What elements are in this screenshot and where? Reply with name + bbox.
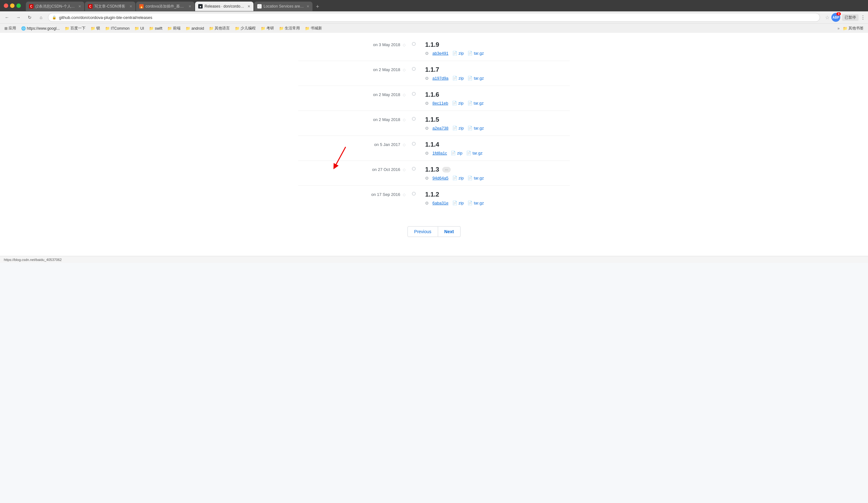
menu-button[interactable]: ⋮ [860,14,866,21]
bookmark-life[interactable]: 📁 生活常用 [277,25,302,32]
release-meta-115: ⊙ a2ea738 📄 zip 📄 tar.gz [425,126,570,130]
zip-label-112: zip [458,201,464,205]
profile-badge[interactable]: ABP 3 [831,13,840,22]
bookmark-apps[interactable]: ⊞ 应用 [2,25,18,32]
commit-hash-117[interactable]: a197d9a [432,76,448,81]
release-content-114: 1.1.4 ⊙ 1fd8a1c 📄 zip 📄 tar.gz [416,141,570,155]
release-date-116: on 2 May 2018 ◇ [298,91,412,97]
bookmark-study[interactable]: 📁 考研 [259,25,276,32]
release-content-115: 1.1.5 ⊙ a2ea738 📄 zip 📄 tar.gz [416,116,570,130]
release-content-113: 1.1.3 ··· ⊙ 94d64a5 📄 zip 📄 [416,166,570,180]
previous-button[interactable]: Previous [407,226,438,237]
targz-link-112[interactable]: 📄 tar.gz [467,201,484,205]
commit-hash-112[interactable]: 6aba31e [432,201,448,205]
tab-location[interactable]: G Location Services are disab... ✕ [254,2,312,11]
release-meta-116: ⊙ 8ec11eb 📄 zip 📄 tar.gz [425,101,570,105]
commit-hash-115[interactable]: a2ea738 [432,126,448,130]
bookmark-other[interactable]: 📁 其他书签 [841,25,866,32]
release-version-117: 1.1.7 [425,66,570,73]
release-row-116: on 2 May 2018 ◇ 1.1.6 ⊙ 8ec11eb 📄 zip [298,86,570,111]
bookmark-swift[interactable]: 📁 swift [147,26,164,31]
zip-icon-116: 📄 [452,101,457,105]
targz-label-114: tar.gz [473,151,483,155]
commit-hash-119[interactable]: ab3e491 [432,51,448,56]
bookmark-kids[interactable]: 📁 少儿编程 [233,25,258,32]
release-row-112: on 17 Sep 2016 ◇ 1.1.2 ⊙ 6aba31e 📄 zip [298,186,570,210]
profile-text: ABP [832,16,839,19]
tab-close-github[interactable]: ✕ [247,4,250,9]
tab-close-csdn[interactable]: ✕ [78,4,81,9]
tab-close-csdn2[interactable]: ✕ [130,4,132,9]
home-button[interactable]: ⌂ [37,13,45,22]
bookmark-other-lang[interactable]: 📁 其他语言 [207,25,232,32]
release-version-114: 1.1.4 [425,141,570,148]
zip-link-115[interactable]: 📄 zip [452,126,464,130]
bookmark-android-label: android [191,26,204,31]
bookmarks-overflow[interactable]: » [837,26,840,31]
release-diamond-114: ◇ [403,142,406,147]
release-dot-116 [412,92,416,96]
release-date-112: on 17 Sep 2016 ◇ [298,191,412,197]
bookmark-itcommon[interactable]: 📁 ITCommon [103,26,131,31]
forward-button[interactable]: → [14,13,23,22]
zip-link-119[interactable]: 📄 zip [452,51,464,56]
study-icon: 📁 [261,26,266,31]
commit-hash-114[interactable]: 1fd8a1c [432,151,447,155]
release-version-113: 1.1.3 [425,166,439,173]
tab-github[interactable]: ● Releases · don/cordova-plu... ✕ [195,2,254,11]
minimize-button[interactable] [10,3,14,8]
bookmark-bookstore-label: 书城新 [311,26,322,31]
zip-link-117[interactable]: 📄 zip [452,76,464,81]
zip-icon-119: 📄 [452,51,457,56]
address-input[interactable]: 🔒 github.com/don/cordova-plugin-ble-cent… [48,13,820,22]
browser-chrome: C (2条消息)CSDN-个人空间 ✕ C 写文章-CSDN博客 ✕ 🔥 cor… [0,0,868,33]
tab-cordova[interactable]: 🔥 cordova添加插件_慕课手记 ✕ [136,2,194,11]
zip-link-116[interactable]: 📄 zip [452,101,464,105]
other-lang-icon: 📁 [209,26,214,31]
bookmark-life-label: 生活常用 [285,26,300,31]
bookmark-other-label: 其他书签 [848,26,864,31]
bookmark-android[interactable]: 📁 android [184,26,206,31]
bookmark-ui[interactable]: 📁 UI [133,26,146,31]
pause-button[interactable]: 已暂停 [842,14,859,21]
targz-link-119[interactable]: 📄 tar.gz [467,51,484,56]
tab-csdn2[interactable]: C 写文章-CSDN博客 ✕ [85,2,135,11]
back-button[interactable]: ← [2,13,11,22]
ui-icon: 📁 [134,26,139,31]
commit-hash-113[interactable]: 94d64a5 [432,176,448,180]
bookmark-bookstore[interactable]: 📁 书城新 [303,25,324,32]
bookmark-other-lang-label: 其他语言 [215,26,230,31]
bookstore-icon: 📁 [305,26,310,31]
zip-link-112[interactable]: 📄 zip [452,201,464,205]
commit-hash-116[interactable]: 8ec11eb [432,101,448,105]
bookmarks-bar: ⊞ 应用 🌐 https://www.googl... 📁 百度一下 📁 锁 📁… [0,23,868,33]
targz-link-115[interactable]: 📄 tar.gz [467,126,484,130]
next-button[interactable]: Next [438,226,461,237]
tab-close-location[interactable]: ✕ [307,4,309,9]
targz-link-114[interactable]: 📄 tar.gz [466,151,483,155]
refresh-button[interactable]: ↻ [25,13,34,22]
bookmark-star-button[interactable]: ☆ [825,14,829,21]
targz-label-116: tar.gz [474,101,484,105]
targz-link-117[interactable]: 📄 tar.gz [467,76,484,81]
zip-link-113[interactable]: 📄 zip [452,176,464,180]
bookmark-google[interactable]: 🌐 https://www.googl... [19,26,62,31]
bookmark-baidu[interactable]: 📁 百度一下 [63,25,87,32]
release-content-116: 1.1.6 ⊙ 8ec11eb 📄 zip 📄 tar.gz [416,91,570,105]
bookmark-lock[interactable]: 📁 锁 [89,25,102,32]
release-date-115: on 2 May 2018 ◇ [298,116,412,122]
lock-icon: 🔒 [52,16,56,20]
release-date-text-113: on 27 Oct 2016 [372,167,400,172]
bookmark-frontend[interactable]: 📁 前端 [165,25,183,32]
new-tab-button[interactable]: + [313,2,322,11]
targz-link-113[interactable]: 📄 tar.gz [467,176,484,180]
page-content: on 3 May 2018 ◇ 1.1.9 ⊙ ab3e491 📄 zip [0,33,868,256]
zip-link-114[interactable]: 📄 zip [451,151,462,155]
maximize-button[interactable] [17,3,21,8]
tab-csdn[interactable]: C (2条消息)CSDN-个人空间 ✕ [26,2,84,11]
tab-label-location: Location Services are disab... [264,4,304,9]
release-meta-119: ⊙ ab3e491 📄 zip 📄 tar.gz [425,51,570,56]
tab-close-cordova[interactable]: ✕ [188,4,191,9]
targz-link-116[interactable]: 📄 tar.gz [467,101,484,105]
close-button[interactable] [4,3,8,8]
